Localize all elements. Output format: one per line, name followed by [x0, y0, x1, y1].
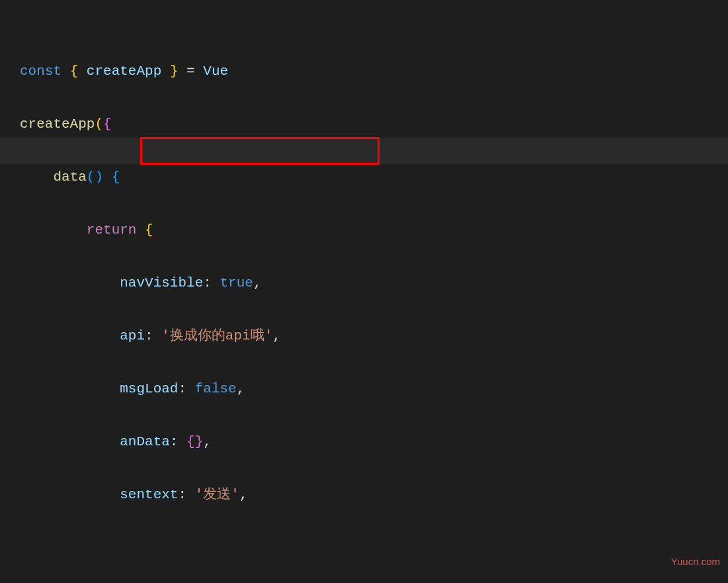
code-line-blank [20, 535, 728, 561]
code-line: data() { [20, 164, 728, 191]
watermark-text: Yuucn.com [671, 549, 720, 575]
code-line: anData: {}, [20, 429, 728, 455]
code-line: return { [20, 217, 728, 244]
code-line: msgLoad: false, [20, 376, 728, 402]
code-line: const { createApp } = Vue [20, 58, 728, 85]
code-editor[interactable]: const { createApp } = Vue createApp({ da… [0, 0, 728, 583]
code-line-highlighted: api: '换成你的api哦', [20, 323, 728, 349]
code-line: sentext: '发送', [20, 482, 728, 508]
code-line: navVisible: true, [20, 270, 728, 296]
current-line-highlight [0, 138, 728, 164]
code-line: createApp({ [20, 111, 728, 138]
